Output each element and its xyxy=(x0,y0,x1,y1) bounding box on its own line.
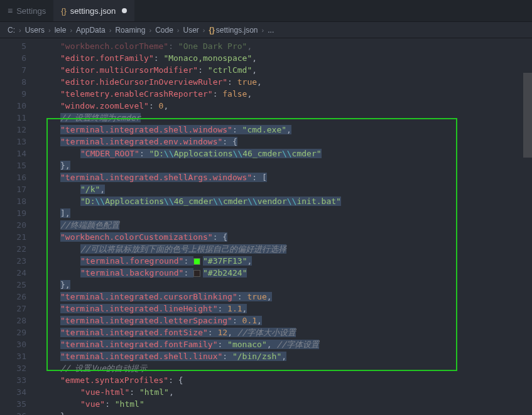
tab-settings-json[interactable]: {} settings.json xyxy=(53,0,134,21)
token: "telemetry.enableCrashReporter" xyxy=(60,89,213,99)
code-line[interactable]: // 设置Vue的自动提示 xyxy=(38,362,532,374)
token: , xyxy=(242,304,247,313)
breadcrumb-item[interactable]: Users xyxy=(24,26,46,35)
token: "D: xyxy=(149,149,164,158)
token: //可以将鼠标放到下面的色号上根据自己的偏好进行选择 xyxy=(80,244,286,254)
breadcrumb-item[interactable]: {}settings.json xyxy=(208,26,259,35)
breadcrumb-item[interactable]: C: xyxy=(6,26,16,35)
color-swatch-icon[interactable] xyxy=(193,270,200,277)
color-swatch-icon[interactable] xyxy=(193,258,200,265)
code-editor[interactable]: 5678910111213141516171819202122232425262… xyxy=(0,38,532,415)
token: \\ xyxy=(164,149,174,158)
code-line[interactable]: "workbench.colorCustomizations": { xyxy=(38,231,532,243)
breadcrumb-item[interactable]: ... xyxy=(266,26,275,35)
token: , xyxy=(257,77,262,87)
token: "D: xyxy=(80,197,95,206)
token: \\ xyxy=(282,149,292,158)
line-number: 35 xyxy=(0,398,26,410)
code-line[interactable]: "terminal.foreground": "#37FF13", xyxy=(38,255,532,267)
code-line[interactable]: "vue-html": "html", xyxy=(38,386,532,398)
token: cmder xyxy=(223,197,247,206)
line-number: 5 xyxy=(0,40,26,52)
token: : xyxy=(217,304,227,313)
code-line[interactable]: "/k", xyxy=(38,183,532,195)
code-line[interactable]: "terminal.integrated.shellArgs.windows":… xyxy=(38,171,532,183)
token: \\ xyxy=(233,149,243,158)
line-number: 36 xyxy=(0,410,26,415)
code-line[interactable]: "terminal.integrated.fontSize": 12, //字体… xyxy=(38,326,532,338)
line-number: 25 xyxy=(0,279,26,291)
code-line[interactable]: "terminal.integrated.fontFamily": "monac… xyxy=(38,338,532,350)
line-number: 6 xyxy=(0,52,26,64)
line-number: 15 xyxy=(0,159,26,171)
token: : { xyxy=(222,137,237,146)
code-line[interactable]: }, xyxy=(38,159,532,171)
code-line[interactable]: "terminal.integrated.env.windows": { xyxy=(38,136,532,148)
chevron-right-icon: › xyxy=(67,26,75,34)
token: , xyxy=(257,316,262,325)
token: "#37FF13" xyxy=(203,256,247,266)
line-number: 28 xyxy=(0,315,26,326)
code-line[interactable]: }, xyxy=(38,410,532,415)
token: , xyxy=(252,53,257,63)
code-line[interactable]: "terminal.integrated.shell.linux": "/bin… xyxy=(38,350,532,362)
code-line[interactable]: "telemetry.enableCrashReporter": false, xyxy=(38,88,532,100)
code-line[interactable]: "CMDER_ROOT": "D:\\Applocations\\46_cmde… xyxy=(38,148,532,159)
line-number: 33 xyxy=(0,374,26,386)
token: : xyxy=(149,101,159,110)
token: \\ xyxy=(287,197,297,206)
breadcrumb-item[interactable]: Roaming xyxy=(114,26,146,35)
chevron-right-icon: › xyxy=(107,26,114,34)
token: "cmd.exe" xyxy=(242,125,286,134)
code-line[interactable]: }, xyxy=(38,279,532,291)
token: , xyxy=(247,256,252,266)
code-line[interactable]: "emmet.syntaxProfiles": { xyxy=(38,374,532,386)
code-line[interactable]: "vue": "html" xyxy=(38,398,532,410)
code-line[interactable]: "editor.multiCursorModifier": "ctrlCmd", xyxy=(38,64,532,76)
code-line[interactable]: "terminal.integrated.letterSpacing": 0.1… xyxy=(38,315,532,326)
line-number: 18 xyxy=(0,195,26,207)
token: 12 xyxy=(217,328,227,337)
chevron-right-icon: › xyxy=(146,26,154,34)
token: "workbench.colorCustomizations" xyxy=(60,232,213,242)
dirty-icon xyxy=(122,8,127,13)
code-line[interactable]: "terminal.integrated.cursorBlinking": tr… xyxy=(38,291,532,303)
vertical-scrollbar[interactable] xyxy=(523,38,532,415)
settings-icon: ≡ xyxy=(8,6,13,16)
breadcrumb-item[interactable]: lele xyxy=(53,26,68,35)
scrollbar-thumb[interactable] xyxy=(523,73,532,158)
code-line[interactable]: "window.zoomLevel": 0, xyxy=(38,100,532,112)
code-line[interactable]: "workbench.colorTheme": "One Dark Pro", xyxy=(38,40,532,52)
token: , xyxy=(286,125,291,134)
tab-label: Settings xyxy=(16,6,46,16)
code-line[interactable]: "terminal.integrated.lineHeight": 1.1, xyxy=(38,303,532,315)
breadcrumb-item[interactable]: Code xyxy=(154,26,175,35)
token: : xyxy=(183,268,193,278)
code-line[interactable]: "D:\\Applocations\\46_cmder\\cmder\\vend… xyxy=(38,195,532,207)
breadcrumb[interactable]: C:›Users›lele›AppData›Roaming›Code›User›… xyxy=(0,22,532,38)
token: init.bat" xyxy=(296,197,340,206)
code-line[interactable]: // 设置终端为cmder xyxy=(38,112,532,124)
line-number: 30 xyxy=(0,338,26,350)
token: 46_cmder xyxy=(174,197,214,206)
code-line[interactable]: "editor.hideCursorInOverviewRuler": true… xyxy=(38,76,532,88)
code-line[interactable]: //可以将鼠标放到下面的色号上根据自己的偏好进行选择 xyxy=(38,243,532,255)
breadcrumb-item[interactable]: AppData xyxy=(75,26,107,35)
code-line[interactable]: "terminal.integrated.shell.windows": "cm… xyxy=(38,124,532,136)
code-line[interactable]: ], xyxy=(38,207,532,219)
token: true xyxy=(237,77,257,87)
code-line[interactable]: "editor.fontFamily": "Monaco,monospace", xyxy=(38,52,532,64)
token: : xyxy=(198,65,208,75)
breadcrumb-item[interactable]: User xyxy=(182,26,200,35)
line-number: 11 xyxy=(0,112,26,124)
line-number: 32 xyxy=(0,362,26,374)
token: , xyxy=(163,101,168,110)
token: "terminal.integrated.letterSpacing" xyxy=(60,316,232,325)
code-line[interactable]: //终端颜色配置 xyxy=(38,219,532,231)
token: : xyxy=(168,41,178,51)
code-area[interactable]: "workbench.colorTheme": "One Dark Pro","… xyxy=(38,38,532,415)
code-line[interactable]: "terminal.background": "#2b2424" xyxy=(38,267,532,279)
tab-settings[interactable]: ≡ Settings xyxy=(0,0,53,21)
line-number: 8 xyxy=(0,76,26,88)
token: "terminal.integrated.lineHeight" xyxy=(60,304,217,313)
